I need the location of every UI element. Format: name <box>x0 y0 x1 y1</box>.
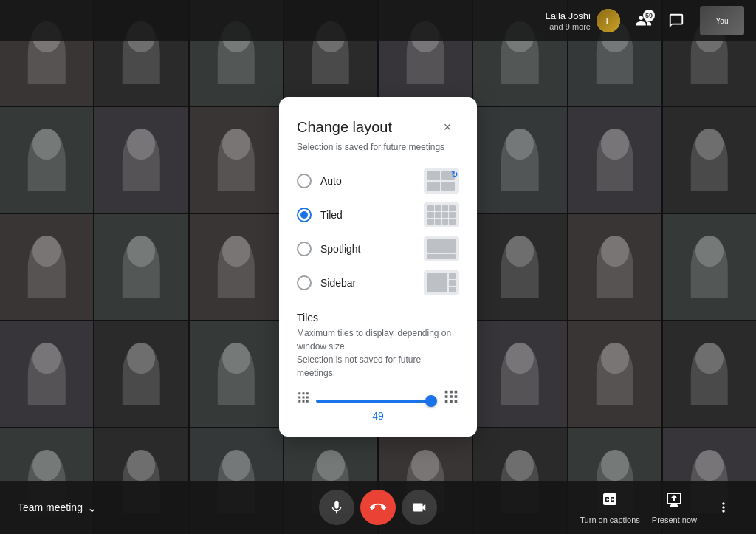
radio-auto <box>297 174 312 188</box>
sidebar-icon <box>427 273 456 292</box>
refresh-icon: ↻ <box>451 170 458 179</box>
layout-preview-spotlight <box>424 236 459 261</box>
spotlight-icon <box>427 239 456 259</box>
tiles-title: Tiles <box>297 312 459 324</box>
layout-option-tiled-left: Tiled <box>297 208 343 222</box>
layout-option-tiled[interactable]: Tiled <box>297 198 459 232</box>
layout-option-auto-left: Auto <box>297 174 342 188</box>
radio-tiled-inner <box>300 211 308 219</box>
modal-subtitle: Selection is saved for future meetings <box>297 142 459 152</box>
layout-label-tiled: Tiled <box>320 209 343 221</box>
layout-label-spotlight: Spotlight <box>320 243 360 255</box>
tiles-slider[interactable] <box>316 400 437 403</box>
tiles-section: Tiles Maximum tiles to display, dependin… <box>297 312 459 422</box>
layout-label-auto: Auto <box>320 175 342 187</box>
layout-option-auto[interactable]: Auto ↻ <box>297 164 459 198</box>
close-icon: × <box>444 120 452 135</box>
slider-large-icon <box>443 388 459 408</box>
change-layout-modal: Change layout × Selection is saved for f… <box>279 97 477 437</box>
layout-preview-tiled <box>424 202 459 227</box>
tiled-grid-icon <box>427 205 456 225</box>
close-button[interactable]: × <box>436 115 459 139</box>
layout-label-sidebar: Sidebar <box>320 277 356 289</box>
modal-overlay: Change layout × Selection is saved for f… <box>0 0 756 534</box>
slider-value: 49 <box>297 410 459 422</box>
radio-tiled <box>297 208 312 222</box>
modal-title: Change layout <box>297 119 392 136</box>
tiles-desc: Maximum tiles to display, depending on w… <box>297 326 459 380</box>
layout-option-spotlight[interactable]: Spotlight <box>297 232 459 266</box>
slider-small-icon <box>297 391 310 407</box>
layout-option-spotlight-left: Spotlight <box>297 242 360 256</box>
layout-option-sidebar-left: Sidebar <box>297 275 356 290</box>
radio-sidebar <box>297 275 312 290</box>
layout-preview-auto: ↻ <box>424 168 459 194</box>
slider-container <box>297 388 459 408</box>
layout-option-sidebar[interactable]: Sidebar <box>297 266 459 300</box>
radio-spotlight <box>297 242 312 256</box>
layout-preview-sidebar <box>424 270 459 295</box>
slider-track-container <box>316 392 437 405</box>
modal-header: Change layout × <box>297 115 459 139</box>
